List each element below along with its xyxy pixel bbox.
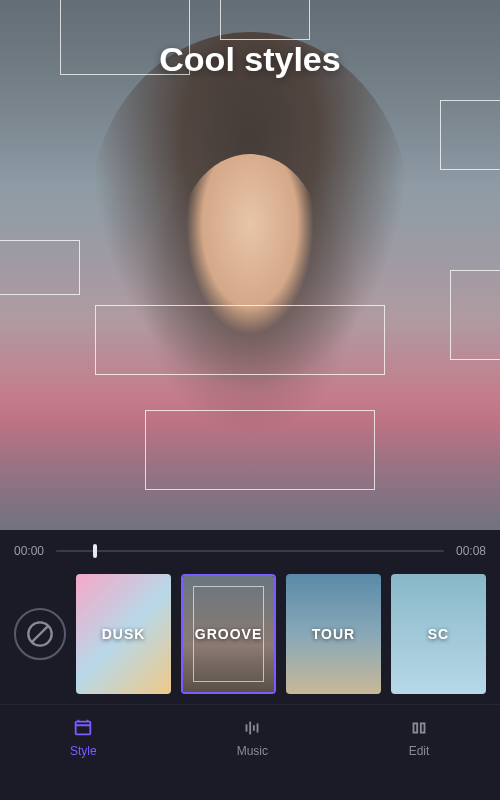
svg-rect-4	[250, 722, 252, 735]
heading-title: Cool styles	[0, 40, 500, 79]
music-icon	[241, 717, 263, 739]
time-current: 00:00	[14, 544, 44, 558]
style-card-tour[interactable]: TOUR	[286, 574, 381, 694]
style-card-sc[interactable]: SC	[391, 574, 486, 694]
bottom-nav: Style Music Edit	[0, 704, 500, 776]
svg-rect-5	[253, 725, 255, 731]
svg-rect-7	[413, 723, 417, 732]
nav-label: Edit	[409, 744, 430, 758]
timeline-handle[interactable]	[93, 544, 97, 558]
style-label: SC	[428, 626, 449, 642]
timeline: 00:00 00:08	[0, 530, 500, 568]
overlay-frame	[95, 305, 385, 375]
overlay-frame	[145, 410, 375, 490]
time-duration: 00:08	[456, 544, 486, 558]
timeline-track[interactable]	[56, 550, 444, 552]
style-label: GROOVE	[195, 626, 262, 642]
nav-label: Style	[70, 744, 97, 758]
overlay-frame	[450, 270, 500, 360]
nav-music[interactable]: Music	[237, 717, 268, 758]
no-style-button[interactable]	[14, 608, 66, 660]
video-preview[interactable]: Cool styles	[0, 0, 500, 530]
style-icon	[72, 717, 94, 739]
nav-style[interactable]: Style	[70, 717, 97, 758]
edit-icon	[408, 717, 430, 739]
style-card-dusk[interactable]: DUSK	[76, 574, 171, 694]
svg-line-1	[32, 626, 48, 642]
nav-edit[interactable]: Edit	[408, 717, 430, 758]
svg-rect-8	[421, 723, 425, 732]
none-icon	[26, 620, 54, 648]
styles-row: DUSK GROOVE TOUR SC	[0, 568, 500, 704]
overlay-frame	[0, 240, 80, 295]
style-card-groove[interactable]: GROOVE	[181, 574, 276, 694]
style-label: DUSK	[102, 626, 146, 642]
svg-rect-2	[76, 722, 91, 735]
nav-label: Music	[237, 744, 268, 758]
svg-rect-3	[246, 724, 248, 731]
style-label: TOUR	[312, 626, 355, 642]
overlay-frame	[220, 0, 310, 40]
overlay-frame	[440, 100, 500, 170]
svg-rect-6	[257, 723, 259, 732]
